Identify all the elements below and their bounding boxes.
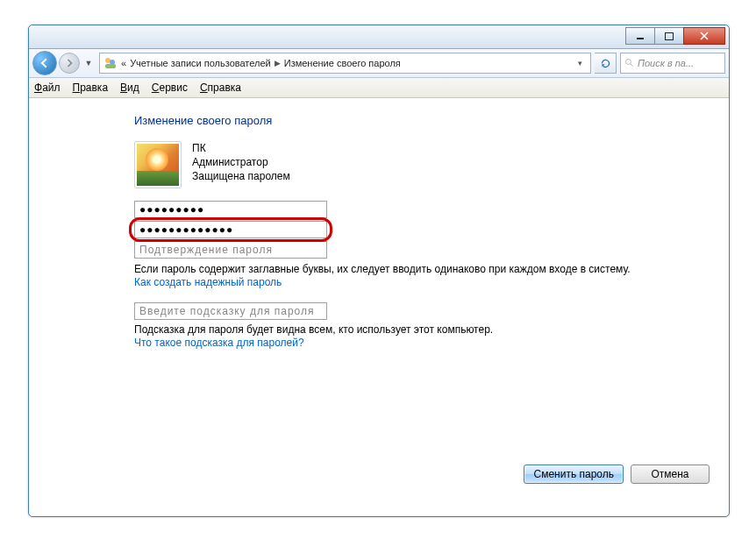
caps-note: Если пароль содержит заглавные буквы, их… (134, 262, 652, 276)
arrow-left-icon (39, 58, 50, 68)
user-accounts-icon (103, 56, 118, 70)
menu-help[interactable]: Справка (200, 82, 241, 94)
nav-history-dropdown[interactable]: ▼ (82, 54, 96, 72)
new-password-highlight (134, 221, 327, 238)
menu-tools[interactable]: Сервис (152, 82, 188, 94)
menu-file[interactable]: Файл (34, 82, 61, 94)
confirm-password-input[interactable] (134, 241, 327, 259)
nav-back-button[interactable] (32, 51, 57, 75)
nav-toolbar: ▼ « Учетные записи пользователей ▶ Измен… (29, 49, 729, 78)
chevron-right-icon[interactable]: ▶ (275, 59, 281, 67)
content-area: Изменение своего пароля ПК Администратор… (29, 98, 729, 500)
refresh-icon (600, 58, 611, 69)
titlebar[interactable] (29, 25, 729, 49)
search-input[interactable]: Поиск в па... (620, 53, 725, 74)
current-password-input[interactable] (134, 201, 327, 218)
cancel-button[interactable]: Отмена (631, 464, 710, 484)
user-name: ПК (192, 141, 290, 155)
strong-password-link[interactable]: Как создать надежный пароль (134, 276, 729, 288)
address-bar[interactable]: « Учетные записи пользователей ▶ Изменен… (99, 53, 591, 74)
hint-help-link[interactable]: Что такое подсказка для паролей? (134, 337, 729, 349)
breadcrumb-prefix: « (121, 58, 126, 68)
svg-point-3 (626, 60, 631, 65)
breadcrumb-segment-accounts[interactable]: Учетные записи пользователей (130, 58, 271, 68)
refresh-button[interactable] (595, 53, 617, 74)
user-role: Администратор (192, 155, 290, 169)
page-title: Изменение своего пароля (134, 114, 729, 127)
search-placeholder: Поиск в па... (638, 58, 694, 68)
nav-forward-button[interactable] (59, 53, 80, 74)
search-icon (624, 58, 635, 68)
new-password-input[interactable] (134, 221, 327, 238)
minimize-button[interactable] (625, 27, 655, 45)
svg-rect-2 (105, 64, 116, 68)
svg-line-4 (631, 64, 633, 67)
hint-note: Подсказка для пароля будет видна всем, к… (134, 323, 652, 337)
menu-edit[interactable]: Правка (73, 82, 109, 94)
close-button[interactable] (683, 27, 725, 45)
user-info: ПК Администратор Защищена паролем (134, 141, 729, 188)
change-password-button[interactable]: Сменить пароль (524, 464, 624, 484)
menu-bar: Файл Правка Вид Сервис Справка (29, 78, 729, 98)
maximize-button[interactable] (654, 27, 684, 45)
avatar[interactable] (134, 141, 182, 188)
user-status: Защищена паролем (192, 169, 290, 183)
arrow-right-icon (65, 59, 74, 67)
address-dropdown-icon[interactable]: ▾ (573, 59, 587, 67)
breadcrumb-segment-changepw[interactable]: Изменение своего пароля (284, 58, 401, 68)
menu-view[interactable]: Вид (120, 82, 139, 94)
explorer-window: ▼ « Учетные записи пользователей ▶ Измен… (28, 25, 730, 517)
password-hint-input[interactable] (134, 302, 327, 320)
